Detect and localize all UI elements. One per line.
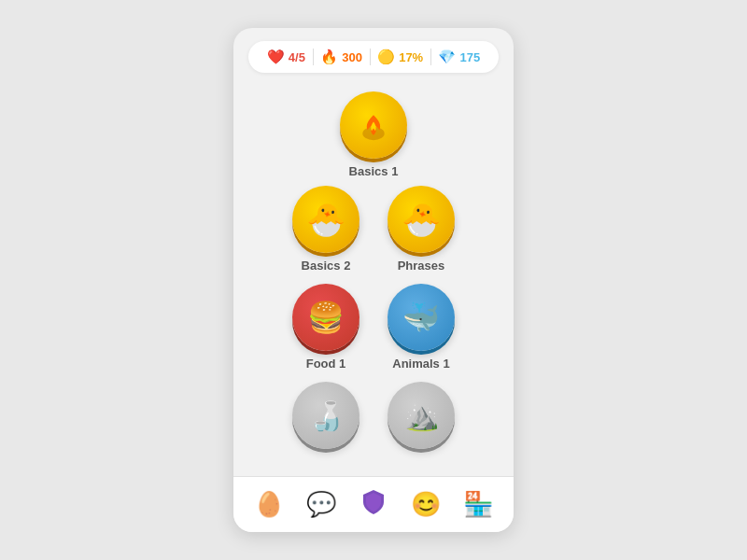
flame-icon: 🔥 (320, 49, 338, 65)
lesson-item-animals1[interactable]: 🐳 Animals 1 (388, 284, 455, 371)
lesson-label-basics2: Basics 2 (302, 259, 351, 273)
lesson-row-food-animals: 🍔 Food 1 🐳 Animals 1 (292, 284, 455, 371)
coin-icon: 🟡 (377, 49, 395, 65)
lesson-circle-basics2: 🐣 (292, 186, 359, 253)
lesson-label-food1: Food 1 (306, 357, 346, 371)
profile-icon: 😊 (411, 490, 441, 519)
nav-home[interactable]: 🥚 (248, 484, 289, 525)
lesson-row-basics1: Basics 1 (340, 91, 407, 178)
app-container: ❤️ 4/5 🔥 300 🟡 17% 💎 175 (233, 28, 514, 532)
gems-stat: 💎 175 (438, 49, 480, 65)
lesson-item-basics1[interactable]: Basics 1 (340, 91, 407, 178)
divider-2 (370, 49, 371, 65)
basics2-icon: 🐣 (306, 201, 345, 238)
basics1-icon (357, 108, 390, 142)
lesson-item-phrases[interactable]: 🐣 Phrases (388, 186, 455, 273)
food1-icon: 🍔 (307, 300, 345, 335)
shop-icon: 🏪 (463, 490, 493, 519)
lesson-row-basics2-phrases: 🐣 Basics 2 🐣 Phrases (292, 186, 455, 273)
heart-icon: ❤️ (267, 49, 285, 65)
lesson-circle-food1: 🍔 (292, 284, 359, 351)
lesson-label-basics1: Basics 1 (349, 164, 399, 178)
lesson-label-phrases: Phrases (398, 259, 445, 273)
streak-stat: 🔥 300 (320, 49, 362, 65)
nav-profile[interactable]: 😊 (405, 484, 446, 525)
divider-1 (313, 49, 314, 65)
xp-stat: 🟡 17% (377, 49, 423, 65)
bottom-nav: 🥚 💬 😊 🏪 (233, 476, 514, 532)
lesson-row-locked: 🍶 ⛰️ (292, 382, 455, 455)
nav-leagues[interactable] (353, 484, 394, 525)
nav-shop[interactable]: 🏪 (458, 484, 499, 525)
lesson-circle-phrases: 🐣 (388, 186, 455, 253)
hearts-value: 4/5 (289, 50, 305, 64)
lesson-circle-basics1 (340, 91, 407, 159)
shield-svg (361, 488, 386, 514)
lesson-circle-locked1: 🍶 (292, 382, 359, 449)
lesson-item-basics2[interactable]: 🐣 Basics 2 (292, 186, 359, 273)
phrases-icon: 🐣 (402, 201, 441, 238)
lesson-circle-animals1: 🐳 (388, 284, 455, 351)
chat-icon: 💬 (306, 490, 336, 519)
locked1-icon: 🍶 (309, 399, 344, 432)
streak-value: 300 (342, 50, 362, 64)
shield-icon (361, 488, 386, 521)
xp-value: 17% (399, 50, 423, 64)
lesson-item-locked1[interactable]: 🍶 (292, 382, 359, 455)
divider-3 (430, 49, 431, 65)
locked2-icon: ⛰️ (404, 399, 439, 432)
nav-practice[interactable]: 💬 (301, 484, 342, 525)
lessons-scroll: Basics 1 🐣 Basics 2 🐣 Phrases (233, 82, 514, 476)
stats-bar: ❤️ 4/5 🔥 300 🟡 17% 💎 175 (248, 41, 499, 73)
lesson-circle-locked2: ⛰️ (388, 382, 455, 449)
gem-icon: 💎 (438, 49, 456, 65)
lesson-item-food1[interactable]: 🍔 Food 1 (292, 284, 359, 371)
lesson-item-locked2[interactable]: ⛰️ (388, 382, 455, 455)
hearts-stat: ❤️ 4/5 (267, 49, 305, 65)
lesson-label-animals1: Animals 1 (392, 357, 449, 371)
home-icon: 🥚 (254, 490, 284, 519)
gems-value: 175 (459, 50, 480, 64)
animals1-icon: 🐳 (402, 300, 440, 335)
